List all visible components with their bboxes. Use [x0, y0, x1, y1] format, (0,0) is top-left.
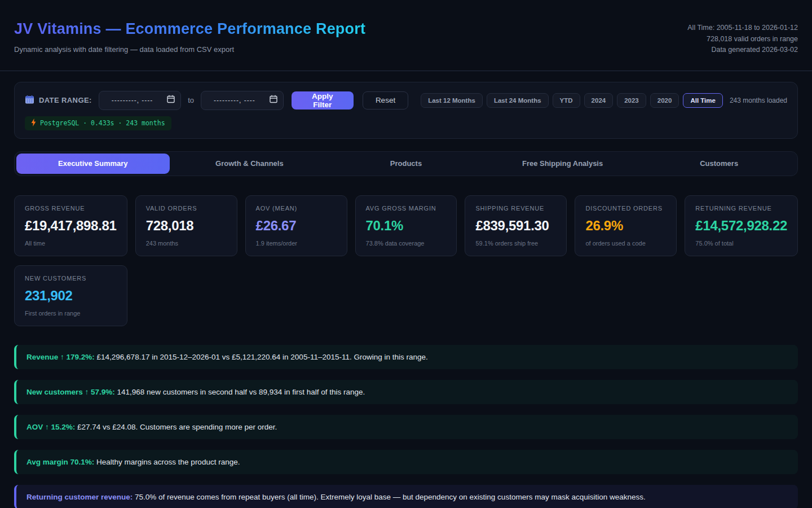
date-range-label-group: DATE RANGE: — [25, 95, 92, 106]
quick-range-group: Last 12 Months Last 24 Months YTD 2024 2… — [421, 93, 723, 108]
apply-filter-button[interactable]: Apply Filter — [292, 91, 354, 110]
kpi-value: £14,572,928.22 — [695, 218, 787, 234]
tab-customers[interactable]: Customers — [642, 154, 796, 174]
reset-button[interactable]: Reset — [363, 91, 408, 110]
kpi-sub: 59.1% orders ship free — [475, 240, 556, 247]
date-range-to-text: to — [188, 96, 194, 104]
tabbar: Executive Summary Growth & Channels Prod… — [14, 151, 798, 176]
kpi-label: DISCOUNTED ORDERS — [585, 205, 666, 212]
quick-range-last-24-months[interactable]: Last 24 Months — [487, 93, 549, 108]
meta-data-generated: Data generated 2026-03-02 — [687, 45, 798, 56]
tab-growth-channels[interactable]: Growth & Channels — [173, 154, 326, 174]
insight-strong: AOV ↑ 15.2%: — [27, 423, 75, 431]
kpi-sub: 73.8% data coverage — [366, 240, 447, 247]
kpi-card-shipping-revenue: SHIPPING REVENUE £839,591.30 59.1% order… — [465, 195, 567, 256]
date-filter-panel: DATE RANGE: ---------, ---- to ---------… — [14, 82, 798, 139]
insight-strong: New customers ↑ 57.9%: — [27, 388, 115, 396]
insight-row-avg-margin: Avg margin 70.1%: Healthy margins across… — [14, 450, 798, 474]
kpi-label: AOV (MEAN) — [256, 205, 337, 212]
kpi-value: £26.67 — [256, 218, 337, 234]
page-subtitle: Dynamic analysis with date filtering — d… — [14, 45, 365, 54]
kpi-card-discounted-orders: DISCOUNTED ORDERS 26.9% of orders used a… — [575, 195, 677, 256]
db-query-badge-text: PostgreSQL · 0.433s · 243 months — [40, 119, 165, 127]
header-meta: All Time: 2005-11-18 to 2026-01-12 728,0… — [687, 20, 798, 56]
kpi-card-valid-orders: VALID ORDERS 728,018 243 months — [135, 195, 237, 256]
report-page: JV Vitamins — Ecommerce Performance Repo… — [0, 0, 812, 508]
tab-products[interactable]: Products — [329, 154, 483, 174]
kpi-card-gross-revenue: GROSS REVENUE £19,417,898.81 All time — [14, 195, 127, 256]
quick-range-last-12-months[interactable]: Last 12 Months — [421, 93, 483, 108]
kpi-sub: 75.0% of total — [695, 240, 787, 247]
insights-list: Revenue ↑ 179.2%: £14,296,678.17 in 2015… — [14, 345, 798, 508]
kpi-value: 70.1% — [366, 218, 447, 234]
kpi-label: NEW CUSTOMERS — [25, 275, 117, 282]
date-from-input[interactable]: ---------, ---- — [99, 91, 182, 110]
quick-range-2023[interactable]: 2023 — [617, 93, 646, 108]
insight-text: £14,296,678.17 in 2015-12–2026-01 vs £5,… — [95, 353, 428, 361]
kpi-label: RETURNING REVENUE — [695, 205, 787, 212]
quick-range-2024[interactable]: 2024 — [584, 93, 614, 108]
kpi-label: AVG GROSS MARGIN — [366, 205, 447, 212]
insight-text: 141,968 new customers in second half vs … — [115, 388, 365, 396]
kpi-value: 728,018 — [146, 218, 227, 234]
lightning-bolt-icon — [31, 119, 36, 128]
calendar-icon — [25, 95, 34, 106]
kpi-value: £839,591.30 — [475, 218, 556, 234]
kpi-label: GROSS REVENUE — [25, 205, 117, 212]
quick-range-2020[interactable]: 2020 — [650, 93, 679, 108]
insight-strong: Returning customer revenue: — [27, 493, 133, 501]
insight-strong: Revenue ↑ 179.2%: — [27, 353, 95, 361]
quick-range-ytd[interactable]: YTD — [553, 93, 580, 108]
insight-text: Healthy margins across the product range… — [94, 458, 240, 466]
date-range-label: DATE RANGE: — [39, 96, 92, 104]
tab-free-shipping-analysis[interactable]: Free Shipping Analysis — [486, 154, 639, 174]
tab-executive-summary[interactable]: Executive Summary — [16, 154, 170, 174]
header-titles: JV Vitamins — Ecommerce Performance Repo… — [14, 20, 365, 54]
date-from-value: ---------, ---- — [112, 97, 153, 104]
kpi-label: VALID ORDERS — [146, 205, 227, 212]
calendar-picker-icon[interactable] — [270, 95, 277, 106]
kpi-sub: 243 months — [146, 240, 227, 247]
kpi-sub: First orders in range — [25, 310, 117, 317]
kpi-value: 26.9% — [585, 218, 666, 234]
header: JV Vitamins — Ecommerce Performance Repo… — [0, 0, 812, 71]
page-title: JV Vitamins — Ecommerce Performance Repo… — [14, 20, 365, 38]
kpi-label: SHIPPING REVENUE — [475, 205, 556, 212]
date-to-value: ---------, ---- — [214, 97, 255, 104]
meta-all-time-range: All Time: 2005-11-18 to 2026-01-12 — [687, 23, 798, 34]
kpi-card-avg-gross-margin: AVG GROSS MARGIN 70.1% 73.8% data covera… — [355, 195, 457, 256]
months-loaded-text: 243 months loaded — [730, 97, 787, 104]
insight-strong: Avg margin 70.1%: — [27, 458, 94, 466]
quick-range-all-time[interactable]: All Time — [683, 93, 723, 108]
kpi-grid: GROSS REVENUE £19,417,898.81 All time VA… — [14, 195, 798, 326]
kpi-card-returning-revenue: RETURNING REVENUE £14,572,928.22 75.0% o… — [685, 195, 798, 256]
insight-text: 75.0% of revenue comes from repeat buyer… — [133, 493, 645, 501]
date-filter-row: DATE RANGE: ---------, ---- to ---------… — [25, 91, 787, 110]
kpi-card-aov-mean: AOV (MEAN) £26.67 1.9 items/order — [245, 195, 347, 256]
db-query-badge: PostgreSQL · 0.433s · 243 months — [25, 116, 171, 130]
date-to-input[interactable]: ---------, ---- — [201, 91, 284, 110]
insight-row-aov: AOV ↑ 15.2%: £27.74 vs £24.08. Customers… — [14, 415, 798, 439]
kpi-sub: 1.9 items/order — [256, 240, 337, 247]
kpi-card-new-customers: NEW CUSTOMERS 231,902 First orders in ra… — [14, 265, 127, 326]
kpi-sub: of orders used a code — [585, 240, 666, 247]
kpi-value: £19,417,898.81 — [25, 218, 117, 234]
kpi-sub: All time — [25, 240, 117, 247]
insight-row-returning-revenue: Returning customer revenue: 75.0% of rev… — [14, 485, 798, 508]
calendar-picker-icon[interactable] — [167, 95, 175, 106]
insight-text: £27.74 vs £24.08. Customers are spending… — [75, 423, 277, 431]
kpi-value: 231,902 — [25, 288, 117, 304]
insight-row-revenue: Revenue ↑ 179.2%: £14,296,678.17 in 2015… — [14, 345, 798, 369]
meta-valid-orders: 728,018 valid orders in range — [687, 34, 798, 45]
insight-row-new-customers: New customers ↑ 57.9%: 141,968 new custo… — [14, 380, 798, 404]
